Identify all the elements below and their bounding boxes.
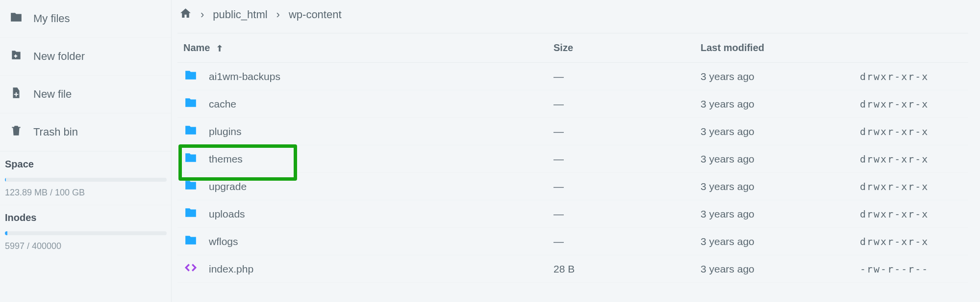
size-cell: 28 B <box>553 263 701 275</box>
file-name: ai1wm-backups <box>209 71 280 82</box>
file-table: Name Size Last modified ai1wm-backups—3 … <box>177 33 968 283</box>
modified-cell: 3 years ago <box>701 126 860 137</box>
add-file-icon <box>10 86 23 102</box>
name-cell[interactable]: upgrade <box>183 179 553 194</box>
inodes-bar-fill <box>5 231 7 235</box>
space-usage-text: 123.89 MB / 100 GB <box>5 188 166 198</box>
file-name: upgrade <box>209 181 247 192</box>
sidebar-item-new-folder[interactable]: New folder <box>0 38 171 76</box>
trash-icon <box>10 124 23 140</box>
sidebar: My files New folder New file Trash bin S… <box>0 0 172 302</box>
table-row[interactable]: wflogs—3 years agodrwxr-xr-x <box>177 228 968 255</box>
sidebar-item-label: Trash bin <box>33 126 78 138</box>
size-cell: — <box>553 71 701 82</box>
name-cell[interactable]: uploads <box>183 206 553 221</box>
permissions-cell: drwxr-xr-x <box>860 153 962 165</box>
size-cell: — <box>553 153 701 165</box>
add-folder-icon <box>10 49 23 64</box>
app-root: My files New folder New file Trash bin S… <box>0 0 980 302</box>
chevron-right-icon: › <box>201 8 204 21</box>
inodes-usage-text: 5997 / 400000 <box>5 241 166 251</box>
table-row[interactable]: ai1wm-backups—3 years agodrwxr-xr-x <box>177 63 968 90</box>
folder-icon <box>183 179 198 194</box>
sidebar-item-trash[interactable]: Trash bin <box>0 113 171 151</box>
folder-icon <box>183 124 198 139</box>
name-cell[interactable]: themes <box>183 151 553 166</box>
size-cell: — <box>553 98 701 110</box>
size-cell: — <box>553 181 701 192</box>
col-header-size[interactable]: Size <box>553 42 701 54</box>
folder-icon <box>183 234 198 249</box>
permissions-cell: drwxr-xr-x <box>860 208 962 220</box>
modified-cell: 3 years ago <box>701 236 860 247</box>
file-name: wflogs <box>209 236 238 247</box>
col-header-name-label: Name <box>183 42 210 54</box>
table-row[interactable]: index.php28 B3 years ago-rw-r--r-- <box>177 255 968 283</box>
table-row[interactable]: themes—3 years agodrwxr-xr-x <box>177 145 968 173</box>
home-icon[interactable] <box>179 7 192 22</box>
table-header: Name Size Last modified <box>177 33 968 63</box>
table-row[interactable]: upgrade—3 years agodrwxr-xr-x <box>177 173 968 200</box>
name-cell[interactable]: index.php <box>183 261 553 276</box>
file-name: themes <box>209 153 243 165</box>
table-row[interactable]: plugins—3 years agodrwxr-xr-x <box>177 118 968 145</box>
table-row[interactable]: cache—3 years agodrwxr-xr-x <box>177 90 968 118</box>
modified-cell: 3 years ago <box>701 208 860 220</box>
permissions-cell: drwxr-xr-x <box>860 181 962 192</box>
file-name: index.php <box>209 263 253 275</box>
table-row[interactable]: uploads—3 years agodrwxr-xr-x <box>177 200 968 228</box>
permissions-cell: drwxr-xr-x <box>860 98 962 110</box>
file-name: plugins <box>209 126 242 137</box>
chevron-right-icon: › <box>276 8 280 21</box>
main-panel: › public_html › wp-content Name Size Las… <box>172 0 980 302</box>
sidebar-item-label: New folder <box>33 50 85 63</box>
size-cell: — <box>553 126 701 137</box>
name-cell[interactable]: plugins <box>183 124 553 139</box>
space-bar-fill <box>5 178 6 182</box>
space-bar <box>5 178 167 182</box>
sidebar-item-label: New file <box>33 88 72 101</box>
sidebar-item-label: My files <box>33 12 70 25</box>
code-icon <box>183 261 198 276</box>
breadcrumb-item[interactable]: public_html <box>213 8 267 21</box>
size-cell: — <box>553 208 701 220</box>
table-body: ai1wm-backups—3 years agodrwxr-xr-xcache… <box>177 63 968 283</box>
folder-icon <box>183 69 198 84</box>
modified-cell: 3 years ago <box>701 98 860 110</box>
permissions-cell: drwxr-xr-x <box>860 71 962 82</box>
name-cell[interactable]: cache <box>183 96 553 111</box>
name-cell[interactable]: ai1wm-backups <box>183 69 553 84</box>
folder-icon <box>183 206 198 221</box>
inodes-title: Inodes <box>5 212 166 223</box>
inodes-usage: Inodes 5997 / 400000 <box>0 205 171 258</box>
modified-cell: 3 years ago <box>701 181 860 192</box>
col-header-modified[interactable]: Last modified <box>701 42 860 54</box>
file-name: cache <box>209 98 236 110</box>
sort-asc-icon <box>215 43 225 53</box>
permissions-cell: drwxr-xr-x <box>860 236 962 247</box>
breadcrumb-item[interactable]: wp-content <box>289 8 342 21</box>
sidebar-item-my-files[interactable]: My files <box>0 0 171 38</box>
sidebar-item-new-file[interactable]: New file <box>0 76 171 113</box>
col-header-name[interactable]: Name <box>183 42 553 54</box>
permissions-cell: -rw-r--r-- <box>860 263 962 275</box>
modified-cell: 3 years ago <box>701 153 860 165</box>
permissions-cell: drwxr-xr-x <box>860 126 962 137</box>
file-name: uploads <box>209 208 245 220</box>
folder-icon <box>10 11 23 27</box>
folder-icon <box>183 96 198 111</box>
space-title: Space <box>5 159 166 170</box>
name-cell[interactable]: wflogs <box>183 234 553 249</box>
size-cell: — <box>553 236 701 247</box>
modified-cell: 3 years ago <box>701 71 860 82</box>
modified-cell: 3 years ago <box>701 263 860 275</box>
breadcrumb: › public_html › wp-content <box>177 3 968 33</box>
space-usage: Space 123.89 MB / 100 GB <box>0 151 171 205</box>
inodes-bar <box>5 231 167 235</box>
folder-icon <box>183 151 198 166</box>
